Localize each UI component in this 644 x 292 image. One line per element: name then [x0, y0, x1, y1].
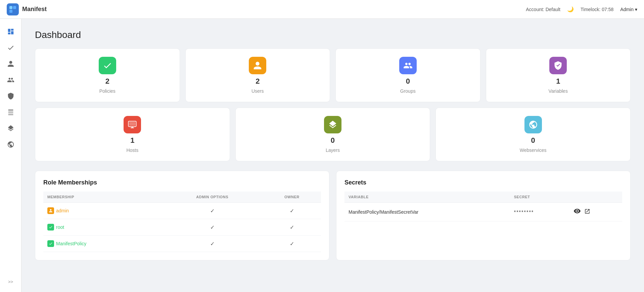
layers-label: Layers	[326, 148, 340, 153]
admin-menu[interactable]: Admin ▾	[620, 7, 637, 12]
manifestpolicy-admin-options: ✓	[162, 236, 263, 252]
role-memberships-panel: Role Memberships Membership Admin Option…	[35, 171, 329, 260]
variables-icon	[549, 57, 567, 74]
secret-variable: ManifestPolicy/ManifestSecretVar	[344, 203, 510, 221]
root-membership-icon	[47, 224, 54, 231]
sidebar-item-globe[interactable]	[3, 137, 18, 152]
webservices-label: Webservices	[520, 148, 547, 153]
bottom-section: Role Memberships Membership Admin Option…	[35, 171, 631, 260]
users-icon	[249, 57, 266, 74]
sidebar-item-tasks[interactable]	[3, 40, 18, 55]
card-policies[interactable]: 2 Policies	[35, 48, 180, 102]
svg-rect-0	[9, 6, 12, 9]
page-title: Dashboard	[35, 30, 631, 40]
app-logo[interactable]: Manifest	[7, 3, 47, 15]
card-users[interactable]: 2 Users	[185, 48, 330, 102]
sidebar-item-layers[interactable]	[3, 121, 18, 136]
role-memberships-title: Role Memberships	[43, 179, 321, 186]
dark-mode-icon[interactable]: 🌙	[567, 6, 574, 12]
table-row: ManifestPolicy ✓ ✓	[43, 236, 321, 252]
sidebar-item-servers[interactable]	[3, 105, 18, 120]
open-secret-button[interactable]	[584, 208, 590, 216]
card-variables[interactable]: 1 Variables	[486, 48, 631, 102]
topbar: Manifest Account: Default 🌙 Timelock: 07…	[0, 0, 644, 19]
card-layers[interactable]: 0 Layers	[235, 108, 430, 161]
svg-rect-2	[9, 10, 12, 13]
membership-manifestpolicy[interactable]: ManifestPolicy	[43, 236, 162, 252]
memberships-table: Membership Admin Options Owner	[43, 192, 321, 252]
webservices-icon	[524, 116, 542, 133]
policies-icon	[99, 57, 116, 74]
secret-actions-cell	[569, 203, 622, 221]
main-content: Dashboard 2 Policies 2 Users	[21, 19, 644, 292]
col-membership: Membership	[43, 192, 162, 203]
variables-count: 1	[556, 77, 560, 86]
hosts-icon	[124, 116, 141, 133]
sidebar-item-dashboard[interactable]	[3, 24, 18, 39]
admin-name: admin	[56, 208, 69, 213]
layers-icon	[324, 116, 341, 133]
admin-label: Admin	[620, 7, 634, 12]
admin-owner: ✓	[263, 203, 321, 219]
root-owner: ✓	[263, 219, 321, 236]
users-label: Users	[251, 88, 264, 94]
svg-rect-5	[129, 122, 136, 126]
card-webservices[interactable]: 0 Webservices	[435, 108, 631, 161]
app-name: Manifest	[22, 6, 47, 13]
topbar-right: Account: Default 🌙 Timelock: 07:58 Admin…	[526, 6, 637, 12]
sidebar: >>	[0, 19, 21, 292]
reveal-secret-button[interactable]	[573, 207, 581, 216]
layers-count: 0	[331, 136, 335, 145]
col-admin-options: Admin Options	[162, 192, 263, 203]
hosts-label: Hosts	[126, 148, 138, 153]
col-actions	[569, 192, 622, 203]
secrets-title: Secrets	[344, 179, 622, 186]
groups-label: Groups	[400, 88, 416, 94]
manifestpolicy-owner: ✓	[263, 236, 321, 252]
table-row: admin ✓ ✓	[43, 203, 321, 219]
table-row: root ✓ ✓	[43, 219, 321, 236]
manifestpolicy-name: ManifestPolicy	[56, 241, 86, 246]
secrets-panel: Secrets Variable Secret ManifestPolicy/M…	[336, 171, 631, 260]
col-owner: Owner	[263, 192, 321, 203]
users-count: 2	[256, 77, 260, 86]
sidebar-expand-button[interactable]: >>	[3, 277, 18, 287]
variables-label: Variables	[549, 88, 568, 94]
membership-root[interactable]: root	[43, 219, 162, 236]
cards-row-2: 1 Hosts 0 Layers 0 Webservices	[35, 108, 631, 161]
svg-rect-1	[13, 6, 16, 9]
col-variable: Variable	[344, 192, 510, 203]
hosts-count: 1	[130, 136, 134, 145]
groups-icon	[399, 57, 417, 74]
sidebar-item-groups[interactable]	[3, 73, 18, 87]
cards-row-1: 2 Policies 2 Users 0 Groups	[35, 48, 631, 102]
root-name: root	[56, 224, 64, 230]
webservices-count: 0	[531, 136, 535, 145]
policies-count: 2	[105, 77, 109, 86]
logo-icon	[7, 3, 19, 15]
col-secret: Secret	[510, 192, 569, 203]
secrets-table: Variable Secret ManifestPolicy/ManifestS…	[344, 192, 622, 221]
card-hosts[interactable]: 1 Hosts	[35, 108, 230, 161]
secret-value: ********	[510, 203, 569, 221]
admin-admin-options: ✓	[162, 203, 263, 219]
account-label: Account: Default	[526, 7, 560, 12]
policies-label: Policies	[99, 88, 116, 94]
membership-admin[interactable]: admin	[43, 203, 162, 219]
layout: >> Dashboard 2 Policies 2 Users	[0, 19, 644, 292]
admin-membership-icon	[47, 207, 54, 214]
manifestpolicy-icon	[47, 240, 54, 247]
table-row: ManifestPolicy/ManifestSecretVar *******…	[344, 203, 622, 221]
groups-count: 0	[406, 77, 410, 86]
sidebar-bottom: >>	[3, 277, 18, 287]
card-groups[interactable]: 0 Groups	[335, 48, 480, 102]
timelock-label: Timelock: 07:58	[581, 7, 613, 12]
sidebar-item-user[interactable]	[3, 56, 18, 71]
sidebar-item-shield[interactable]	[3, 89, 18, 103]
secret-action-buttons	[573, 207, 618, 216]
root-admin-options: ✓	[162, 219, 263, 236]
svg-rect-3	[13, 10, 16, 13]
chevron-down-icon: ▾	[635, 7, 637, 12]
